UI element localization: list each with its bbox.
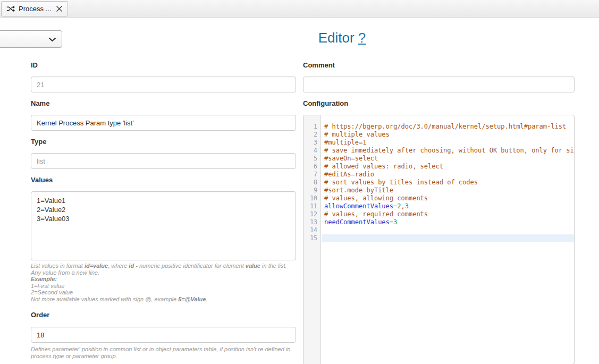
line-number: 1 [303, 123, 322, 131]
id-input[interactable] [31, 77, 296, 92]
code-text: needCommentValues=3 [322, 218, 574, 226]
code-text: # allowed values: radio, select [322, 163, 574, 171]
values-textarea[interactable]: 1=Value1 2=Value2 3=Value03 [31, 191, 296, 260]
values-label: Values [31, 176, 296, 184]
line-number: 6 [303, 163, 322, 171]
line-number: 10 [303, 194, 322, 202]
order-input[interactable] [31, 327, 296, 343]
line-number: 7 [303, 171, 322, 179]
code-line[interactable]: 2# multiple values [303, 131, 574, 139]
code-text: # multiple values [322, 131, 574, 139]
values-help: List values in format id=value, where id… [31, 263, 296, 302]
line-number: 15 [303, 234, 322, 242]
config-code-editor[interactable]: 1# https://bgerp.org/doc/3.0/manual/kern… [303, 115, 575, 364]
id-label: ID [31, 61, 296, 70]
code-line[interactable]: 3#multiple=1 [303, 139, 574, 147]
code-line[interactable]: 13needCommentValues=3 [303, 218, 574, 226]
close-icon[interactable] [56, 5, 63, 12]
comment-input[interactable] [303, 77, 575, 92]
code-text: allowCommentValues=2,3 [322, 202, 574, 210]
line-number: 12 [303, 210, 322, 218]
code-line[interactable]: 6# allowed values: radio, select [303, 163, 574, 171]
page-title: Editor ? [0, 30, 599, 46]
code-text: #multiple=1 [322, 139, 574, 147]
shuffle-icon [6, 5, 15, 12]
code-text: #saveOn=select [322, 155, 574, 163]
code-line[interactable]: 5#saveOn=select [303, 155, 574, 163]
configuration-label: Configuration [303, 99, 575, 108]
order-label: Order [31, 311, 296, 319]
code-line[interactable]: 12# values, required comments [303, 210, 574, 218]
comment-label: Comment [303, 61, 575, 70]
code-text [322, 234, 574, 242]
tab-bar: Process ... [0, 0, 599, 18]
line-number: 5 [303, 155, 322, 163]
name-label: Name [31, 99, 296, 108]
name-input[interactable] [31, 115, 296, 131]
type-label: Type [31, 138, 296, 146]
code-line[interactable]: 1# https://bgerp.org/doc/3.0/manual/kern… [303, 123, 574, 131]
code-text: # values, required comments [322, 210, 574, 218]
line-number: 9 [303, 187, 322, 194]
config-code-lines: 1# https://bgerp.org/doc/3.0/manual/kern… [303, 123, 574, 242]
code-text: # values, allowing comments [322, 194, 574, 202]
code-line[interactable]: 4# save immediately after choosing, with… [303, 147, 574, 155]
tab-label: Process ... [19, 5, 51, 13]
code-line[interactable]: 11allowCommentValues=2,3 [303, 202, 574, 210]
code-text [322, 226, 574, 234]
page-title-text: Editor [318, 30, 355, 46]
code-text: # sort values by titles instead of codes [322, 179, 574, 187]
line-number: 14 [303, 226, 322, 234]
line-number: 11 [303, 202, 322, 210]
code-text: # save immediately after choosing, witho… [322, 147, 574, 155]
code-line[interactable]: 14 [303, 226, 574, 234]
code-line[interactable]: 10# values, allowing comments [303, 194, 574, 202]
code-line[interactable]: 9#sort.mode=byTitle [303, 187, 574, 194]
code-text: # https://bgerp.org/doc/3.0/manual/kerne… [322, 123, 574, 131]
help-link[interactable]: ? [358, 30, 366, 46]
line-number: 4 [303, 147, 322, 155]
line-number: 13 [303, 218, 322, 226]
code-line[interactable]: 15 [303, 234, 574, 242]
order-help: Defines parameter' position in common li… [31, 346, 296, 359]
line-number: 2 [303, 131, 322, 139]
code-text: #editAs=radio [322, 171, 574, 179]
process-tab[interactable]: Process ... [1, 1, 68, 16]
line-number: 8 [303, 179, 322, 187]
code-line[interactable]: 8# sort values by titles instead of code… [303, 179, 574, 187]
code-text: #sort.mode=byTitle [322, 187, 574, 194]
code-line[interactable]: 7#editAs=radio [303, 171, 574, 179]
line-number: 3 [303, 139, 322, 147]
type-input[interactable] [31, 153, 296, 169]
